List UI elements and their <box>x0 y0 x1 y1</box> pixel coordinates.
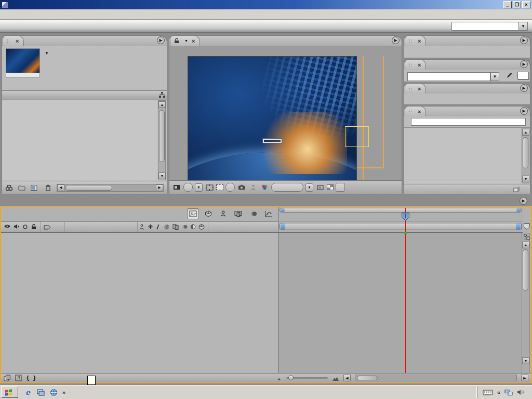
current-time-display[interactable] <box>225 183 235 192</box>
resolution-arrow-icon[interactable]: ▼ <box>305 183 313 192</box>
motion-blur-icon[interactable] <box>247 208 259 219</box>
timeline-panel-menu-button[interactable]: ▶ <box>520 197 527 205</box>
effects-presets-tab[interactable]: × <box>405 106 426 116</box>
zoom-in-time-icon[interactable] <box>332 375 339 381</box>
font-dropdown-arrow-icon[interactable]: ▼ <box>490 72 499 81</box>
snapshot-icon[interactable] <box>237 183 246 192</box>
scroll-left-icon[interactable]: ◀ <box>343 375 351 381</box>
keyboard-layout-icon[interactable] <box>483 389 493 396</box>
work-area-end-handle[interactable] <box>516 223 521 230</box>
draft-3d-icon[interactable] <box>202 208 214 219</box>
scroll-up-icon[interactable]: ▲ <box>158 101 166 108</box>
current-time-indicator[interactable] <box>401 212 410 221</box>
safe-margins-icon[interactable] <box>205 183 214 192</box>
resolution-dropdown[interactable] <box>271 183 303 192</box>
chevron-down-icon[interactable]: ▼ <box>45 51 49 56</box>
navigator-start-handle[interactable] <box>281 208 285 212</box>
work-area-bar[interactable] <box>278 221 523 233</box>
close-icon[interactable]: × <box>418 38 421 44</box>
always-preview-icon[interactable] <box>172 183 181 192</box>
close-button[interactable]: × <box>522 1 530 8</box>
comp-marker-bin-icon[interactable] <box>523 223 530 230</box>
paragraph-tab[interactable]: × <box>405 83 426 94</box>
region-of-interest-icon[interactable] <box>216 184 223 190</box>
close-icon[interactable]: × <box>16 38 19 44</box>
project-bit-depth[interactable] <box>31 184 39 191</box>
scroll-left-icon[interactable]: ◀ <box>57 184 64 191</box>
scrollbar-thumb[interactable] <box>159 110 165 162</box>
panel-menu-button[interactable]: ▶ <box>392 36 400 44</box>
panel-grip[interactable] <box>7 38 9 44</box>
scroll-down-icon[interactable]: ▼ <box>522 176 529 182</box>
composition-viewport[interactable] <box>188 56 357 189</box>
name-column-header[interactable] <box>2 90 167 100</box>
internet-explorer-icon[interactable]: e <box>23 388 32 397</box>
zoom-slider-handle[interactable] <box>288 375 294 380</box>
close-icon[interactable]: × <box>418 62 421 68</box>
contains-input[interactable] <box>411 118 526 126</box>
tray-collapse-icon[interactable]: « <box>497 389 500 395</box>
restore-button[interactable]: ❐ <box>513 1 521 8</box>
timeline-vertical-scrollbar[interactable]: ▲ ▼ <box>522 233 530 374</box>
project-vertical-scrollbar[interactable]: ▲ ▼ <box>158 100 166 180</box>
panel-menu-button[interactable]: ▶ <box>157 36 165 44</box>
transparency-grid-icon[interactable] <box>327 184 334 190</box>
flowchart-icon[interactable] <box>158 90 166 99</box>
scroll-down-icon[interactable]: ▼ <box>522 357 529 364</box>
work-area-start-handle[interactable] <box>281 223 285 230</box>
3d-view-dropdown[interactable] <box>336 183 345 192</box>
panel-menu-button[interactable]: ▶ <box>520 84 528 92</box>
scroll-right-icon[interactable]: ▶ <box>156 184 163 191</box>
close-icon[interactable]: × <box>418 86 421 92</box>
frame-blending-icon[interactable] <box>232 208 244 219</box>
minimize-button[interactable]: _ <box>503 1 512 8</box>
msn-globe-icon[interactable] <box>49 388 58 397</box>
time-ruler[interactable] <box>278 213 523 221</box>
graph-editor-icon[interactable] <box>262 208 274 219</box>
navigator-end-handle[interactable] <box>516 208 521 212</box>
target-region-icon[interactable] <box>315 183 325 192</box>
eyedropper-icon[interactable] <box>506 72 512 79</box>
start-button[interactable] <box>1 387 18 398</box>
magnification-dropdown[interactable] <box>183 183 193 192</box>
show-channels-icon[interactable] <box>260 183 269 192</box>
scrollbar-thumb[interactable] <box>357 376 378 380</box>
volume-icon[interactable] <box>517 389 524 395</box>
scroll-up-icon[interactable]: ▲ <box>522 242 529 248</box>
magnification-arrow-icon[interactable]: ▼ <box>195 183 203 192</box>
composition-tab[interactable]: ▼ × <box>170 35 200 46</box>
project-horizontal-scrollbar[interactable]: ◀ ▶ <box>57 184 164 192</box>
layer-modes-toggle-icon[interactable] <box>523 233 529 241</box>
show-desktop-icon[interactable] <box>36 388 45 397</box>
expand-in-out-icon[interactable]: { } <box>26 375 36 381</box>
show-snapshot-icon[interactable] <box>248 183 258 192</box>
title-bar[interactable]: _ ❐ × <box>0 0 532 9</box>
scrollbar-thumb[interactable] <box>523 137 528 168</box>
font-family-dropdown[interactable] <box>407 72 490 81</box>
workspace-dropdown[interactable] <box>451 22 519 31</box>
scroll-down-icon[interactable]: ▼ <box>158 172 166 179</box>
time-navigator[interactable] <box>278 207 523 221</box>
project-tab[interactable]: × <box>3 35 24 46</box>
new-folder-icon[interactable] <box>18 185 25 191</box>
zoom-out-time-icon[interactable] <box>277 376 282 381</box>
comp-marker[interactable] <box>404 232 407 234</box>
scrollbar-thumb[interactable] <box>65 185 112 191</box>
timeline-horizontal-scrollbar[interactable] <box>355 375 517 381</box>
effects-vertical-scrollbar[interactable]: ▲ ▼ <box>522 128 529 183</box>
quick-launch-overflow-icon[interactable]: » <box>62 389 65 395</box>
lock-icon[interactable] <box>174 38 179 44</box>
workspace-dropdown-arrow-icon[interactable]: ▼ <box>519 22 528 31</box>
live-update-icon[interactable] <box>187 208 199 219</box>
close-icon[interactable]: × <box>418 109 421 115</box>
time-zoom-slider[interactable] <box>286 377 328 379</box>
panel-menu-button[interactable]: ▶ <box>520 36 528 44</box>
panel-menu-button[interactable]: ▶ <box>520 107 528 115</box>
expand-transfer-controls-icon[interactable] <box>15 375 22 381</box>
network-status-icon[interactable] <box>504 389 513 396</box>
close-icon[interactable]: × <box>192 38 195 44</box>
scrollbar-thumb[interactable] <box>523 249 528 291</box>
find-icon[interactable] <box>5 184 13 191</box>
trash-icon[interactable] <box>45 184 51 191</box>
panel-menu-button[interactable]: ▶ <box>520 60 528 68</box>
